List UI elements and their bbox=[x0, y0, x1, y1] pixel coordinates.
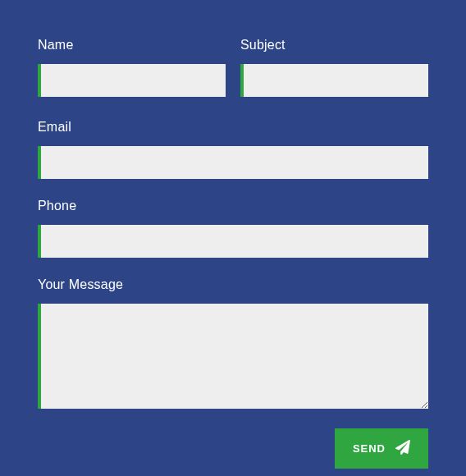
field-email: Email bbox=[38, 120, 428, 179]
name-input[interactable] bbox=[38, 64, 226, 97]
message-label: Your Message bbox=[38, 277, 428, 292]
form-actions: SEND bbox=[38, 428, 428, 469]
field-message: Your Message bbox=[38, 277, 428, 409]
message-textarea[interactable] bbox=[38, 304, 428, 409]
email-input[interactable] bbox=[38, 146, 428, 179]
field-subject: Subject bbox=[240, 38, 428, 97]
paper-plane-icon bbox=[395, 440, 410, 457]
contact-form: Name Subject Email Phone Your Message SE… bbox=[38, 38, 428, 469]
phone-label: Phone bbox=[38, 199, 428, 213]
row-name-subject: Name Subject bbox=[38, 38, 428, 97]
send-button-label: SEND bbox=[353, 442, 386, 455]
field-phone: Phone bbox=[38, 199, 428, 258]
subject-input[interactable] bbox=[240, 64, 428, 97]
email-label: Email bbox=[38, 120, 428, 135]
send-button[interactable]: SEND bbox=[335, 428, 428, 469]
phone-input[interactable] bbox=[38, 225, 428, 258]
field-name: Name bbox=[38, 38, 226, 97]
name-label: Name bbox=[38, 38, 226, 53]
subject-label: Subject bbox=[240, 38, 428, 53]
